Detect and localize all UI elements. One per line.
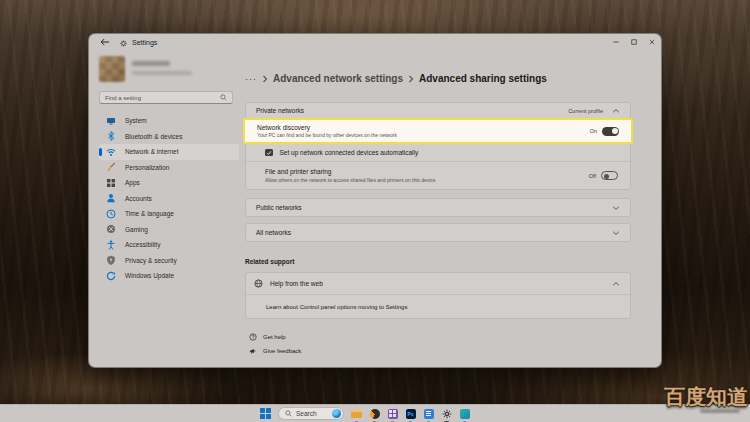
sidebar-item-windows-update[interactable]: Windows Update xyxy=(99,268,239,284)
help-from-web-header[interactable]: Help from the web xyxy=(246,273,630,294)
file-printer-sharing-toggle[interactable] xyxy=(601,171,618,180)
related-support-card: Help from the web Learn about Control pa… xyxy=(245,272,631,319)
sidebar-item-accounts[interactable]: Accounts xyxy=(99,191,239,207)
watermark: 百度知道 xyxy=(664,386,748,407)
photoshop-icon[interactable]: Ps xyxy=(405,408,416,419)
sidebar-item-label: Accessibility xyxy=(125,241,160,248)
file-printer-sharing-row: File and printer sharing Allow others on… xyxy=(246,161,630,189)
gaming-icon xyxy=(106,224,116,234)
setup-devices-checkbox[interactable] xyxy=(265,149,273,157)
network-discovery-description: Your PC can find and be found by other d… xyxy=(257,132,397,138)
taskbar-search[interactable]: Search xyxy=(278,407,344,420)
private-networks-header[interactable]: Private networks Current profile xyxy=(246,103,630,118)
file-printer-sharing-description: Allow others on the network to access sh… xyxy=(265,177,436,183)
breadcrumb: ··· Advanced network settings Advanced s… xyxy=(245,72,631,85)
give-feedback-link[interactable]: Give feedback xyxy=(245,346,631,355)
all-networks-expander[interactable]: All networks xyxy=(245,223,631,242)
sidebar-item-label: Bluetooth & devices xyxy=(125,133,182,140)
sidebar-item-bluetooth-devices[interactable]: Bluetooth & devices xyxy=(99,129,239,145)
privacy-security-icon xyxy=(106,255,116,265)
sidebar-item-apps[interactable]: Apps xyxy=(99,175,239,191)
sidebar-nav: SystemBluetooth & devicesNetwork & inter… xyxy=(99,113,245,284)
sidebar-item-label: Time & language xyxy=(125,210,174,217)
settings-gear-icon xyxy=(120,33,127,51)
file-explorer-icon[interactable] xyxy=(351,408,362,419)
current-profile-badge: Current profile xyxy=(568,108,603,114)
sidebar-item-personalization[interactable]: Personalization xyxy=(99,160,239,176)
control-panel-link[interactable]: Learn about Control panel options moving… xyxy=(246,294,630,318)
search-highlights-icon xyxy=(332,409,341,418)
bluetooth-icon xyxy=(106,131,116,141)
sidebar-item-accessibility[interactable]: Accessibility xyxy=(99,237,239,253)
search-input[interactable]: Find a setting xyxy=(99,91,233,104)
document-app-icon[interactable] xyxy=(423,408,434,419)
check-icon xyxy=(266,150,272,156)
settings-taskbar-icon[interactable] xyxy=(441,408,452,419)
breadcrumb-overflow-button[interactable]: ··· xyxy=(245,74,257,84)
file-printer-sharing-title: File and printer sharing xyxy=(265,168,436,175)
chevron-up-icon xyxy=(612,108,620,114)
public-networks-expander[interactable]: Public networks xyxy=(245,198,631,217)
setup-devices-row: Set up network connected devices automat… xyxy=(246,144,630,161)
minimize-button[interactable] xyxy=(607,35,625,49)
sidebar-item-time-language[interactable]: Time & language xyxy=(99,206,239,222)
get-help-icon xyxy=(249,333,257,341)
get-help-link[interactable]: Get help xyxy=(245,332,631,341)
sidebar-item-system[interactable]: System xyxy=(99,113,239,129)
user-profile[interactable] xyxy=(99,56,245,82)
avatar xyxy=(99,56,125,82)
network-discovery-row-highlighted: Network discovery Your PC can find and b… xyxy=(243,118,633,144)
network-discovery-state-label: On xyxy=(590,128,597,134)
chevron-down-icon xyxy=(612,205,620,211)
maximize-button[interactable] xyxy=(625,35,643,49)
network-discovery-title: Network discovery xyxy=(257,124,397,131)
apps-icon xyxy=(106,178,116,188)
globe-icon xyxy=(254,279,263,288)
chevron-down-icon xyxy=(612,230,620,236)
back-button[interactable] xyxy=(100,37,112,47)
sidebar-item-label: Windows Update xyxy=(125,272,174,279)
chevron-up-icon xyxy=(612,281,620,287)
personalization-icon xyxy=(106,162,116,172)
taskbar-search-label: Search xyxy=(296,410,317,417)
sidebar-item-network-internet[interactable]: Network & internet xyxy=(99,144,239,160)
sidebar-item-label: Privacy & security xyxy=(125,257,177,264)
media-app-icon[interactable] xyxy=(459,408,470,419)
setup-devices-label: Set up network connected devices automat… xyxy=(280,149,419,156)
window-title: Settings xyxy=(132,39,157,46)
page-title: Advanced sharing settings xyxy=(419,73,547,84)
accessibility-icon xyxy=(106,240,116,250)
network-discovery-toggle[interactable] xyxy=(602,127,619,136)
network-icon xyxy=(106,147,116,157)
accounts-icon xyxy=(106,193,116,203)
breadcrumb-parent-link[interactable]: Advanced network settings xyxy=(273,73,403,84)
sidebar-item-label: Network & internet xyxy=(125,148,178,155)
sidebar-item-label: Personalization xyxy=(125,164,169,171)
sidebar-item-label: System xyxy=(125,117,147,124)
file-printer-sharing-state-label: Off xyxy=(589,173,596,179)
related-support-heading: Related support xyxy=(245,258,631,265)
close-button[interactable] xyxy=(643,35,661,49)
feedback-icon xyxy=(249,347,257,355)
user-name-blurred xyxy=(132,61,170,66)
settings-window: Settings Find a setting SystemBluet xyxy=(88,33,662,368)
taskbar-clock-blurred xyxy=(700,409,740,413)
sidebar-item-privacy-security[interactable]: Privacy & security xyxy=(99,253,239,269)
search-icon xyxy=(285,410,292,417)
search-icon xyxy=(220,94,227,101)
browser-icon[interactable] xyxy=(369,408,380,419)
search-placeholder: Find a setting xyxy=(105,95,141,101)
main-content: ··· Advanced network settings Advanced s… xyxy=(245,50,661,367)
start-button[interactable] xyxy=(260,408,271,419)
private-networks-card: Private networks Current profile Network… xyxy=(245,102,631,190)
user-email-blurred xyxy=(132,71,192,75)
office-app-icon[interactable] xyxy=(387,408,398,419)
chevron-right-icon xyxy=(408,75,414,83)
sidebar-item-label: Gaming xyxy=(125,226,148,233)
sidebar-item-gaming[interactable]: Gaming xyxy=(99,222,239,238)
sidebar-item-label: Apps xyxy=(125,179,140,186)
titlebar: Settings xyxy=(89,34,661,50)
time-language-icon xyxy=(106,209,116,219)
chevron-right-icon xyxy=(262,75,268,83)
windows-update-icon xyxy=(106,271,116,281)
